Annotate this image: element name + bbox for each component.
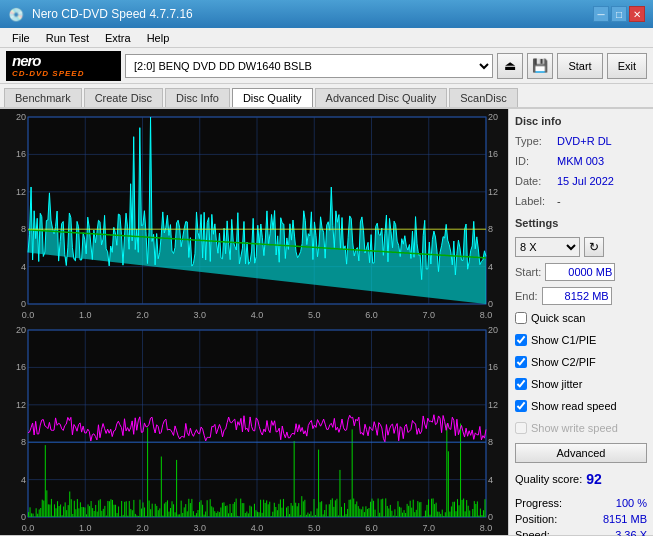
settings-title: Settings (515, 217, 647, 229)
disc-type-row: Type: DVD+R DL (515, 133, 647, 149)
menu-file[interactable]: File (4, 30, 38, 46)
disc-label-value: - (557, 193, 561, 209)
minimize-button[interactable]: ─ (593, 6, 609, 22)
show-c2-pif-label: Show C2/PIF (531, 353, 596, 371)
start-mb-input[interactable] (545, 263, 615, 281)
show-c1-pie-label: Show C1/PIE (531, 331, 596, 349)
start-button[interactable]: Start (557, 53, 602, 79)
quick-scan-row: Quick scan (515, 309, 647, 327)
tab-scan-disc[interactable]: ScanDisc (449, 88, 517, 107)
exit-button[interactable]: Exit (607, 53, 647, 79)
progress-section: Progress: 100 % Position: 8151 MB Speed:… (515, 495, 647, 536)
speed-value: 3.36 X (615, 527, 647, 536)
disc-label-label: Label: (515, 193, 557, 209)
disc-id-row: ID: MKM 003 (515, 153, 647, 169)
show-write-speed-row: Show write speed (515, 419, 647, 437)
close-button[interactable]: ✕ (629, 6, 645, 22)
position-label: Position: (515, 511, 557, 527)
end-mb-label: End: (515, 290, 538, 302)
tab-bar: Benchmark Create Disc Disc Info Disc Qua… (0, 84, 653, 109)
menu-bar: File Run Test Extra Help (0, 28, 653, 48)
progress-value: 100 % (616, 495, 647, 511)
disc-date-row: Date: 15 Jul 2022 (515, 173, 647, 189)
show-jitter-checkbox[interactable] (515, 378, 527, 390)
disc-label-row: Label: - (515, 193, 647, 209)
disc-id-label: ID: (515, 153, 557, 169)
show-write-speed-label: Show write speed (531, 419, 618, 437)
disc-info-title: Disc info (515, 115, 647, 127)
tab-advanced-disc-quality[interactable]: Advanced Disc Quality (315, 88, 448, 107)
start-mb-row: Start: (515, 263, 647, 281)
disc-date-label: Date: (515, 173, 557, 189)
end-mb-row: End: (515, 287, 647, 305)
start-mb-label: Start: (515, 266, 541, 278)
eject-button[interactable]: ⏏ (497, 53, 523, 79)
end-mb-input[interactable] (542, 287, 612, 305)
menu-run-test[interactable]: Run Test (38, 30, 97, 46)
speed-label: Speed: (515, 527, 550, 536)
show-jitter-row: Show jitter (515, 375, 647, 393)
nero-logo: nero CD-DVD SPEED (6, 51, 121, 81)
position-row: Position: 8151 MB (515, 511, 647, 527)
speed-row-2: Speed: 3.36 X (515, 527, 647, 536)
save-button[interactable]: 💾 (527, 53, 553, 79)
toolbar: nero CD-DVD SPEED [2:0] BENQ DVD DD DW16… (0, 48, 653, 84)
app-title: Nero CD-DVD Speed 4.7.7.16 (32, 7, 193, 21)
tab-disc-quality[interactable]: Disc Quality (232, 88, 313, 107)
show-read-speed-label: Show read speed (531, 397, 617, 415)
window-controls: ─ □ ✕ (593, 6, 645, 22)
tab-create-disc[interactable]: Create Disc (84, 88, 163, 107)
show-c1-pie-checkbox[interactable] (515, 334, 527, 346)
quality-score-row: Quality score: 92 (515, 471, 647, 487)
show-read-speed-row: Show read speed (515, 397, 647, 415)
show-write-speed-checkbox[interactable] (515, 422, 527, 434)
show-c2-pif-checkbox[interactable] (515, 356, 527, 368)
disc-type-label: Type: (515, 133, 557, 149)
right-panel: Disc info Type: DVD+R DL ID: MKM 003 Dat… (508, 109, 653, 535)
quality-score-value: 92 (586, 471, 602, 487)
tab-benchmark[interactable]: Benchmark (4, 88, 82, 107)
show-c1-pie-row: Show C1/PIE (515, 331, 647, 349)
advanced-button[interactable]: Advanced (515, 443, 647, 463)
charts-panel (0, 109, 508, 535)
disc-id-value: MKM 003 (557, 153, 604, 169)
quick-scan-checkbox[interactable] (515, 312, 527, 324)
speed-row: 8 X Maximum 1 X 2 X 4 X 16 X ↻ (515, 237, 647, 257)
drive-select[interactable]: [2:0] BENQ DVD DD DW1640 BSLB (125, 54, 493, 78)
quick-scan-label: Quick scan (531, 309, 585, 327)
main-content: Disc info Type: DVD+R DL ID: MKM 003 Dat… (0, 109, 653, 535)
speed-select[interactable]: 8 X Maximum 1 X 2 X 4 X 16 X (515, 237, 580, 257)
progress-row: Progress: 100 % (515, 495, 647, 511)
show-read-speed-checkbox[interactable] (515, 400, 527, 412)
progress-label: Progress: (515, 495, 562, 511)
show-c2-pif-row: Show C2/PIF (515, 353, 647, 371)
tab-disc-info[interactable]: Disc Info (165, 88, 230, 107)
quality-score-label: Quality score: (515, 473, 582, 485)
position-value: 8151 MB (603, 511, 647, 527)
disc-type-value: DVD+R DL (557, 133, 612, 149)
title-bar: 💿 Nero CD-DVD Speed 4.7.7.16 ─ □ ✕ (0, 0, 653, 28)
disc-date-value: 15 Jul 2022 (557, 173, 614, 189)
menu-help[interactable]: Help (139, 30, 178, 46)
show-jitter-label: Show jitter (531, 375, 582, 393)
menu-extra[interactable]: Extra (97, 30, 139, 46)
maximize-button[interactable]: □ (611, 6, 627, 22)
refresh-button[interactable]: ↻ (584, 237, 604, 257)
